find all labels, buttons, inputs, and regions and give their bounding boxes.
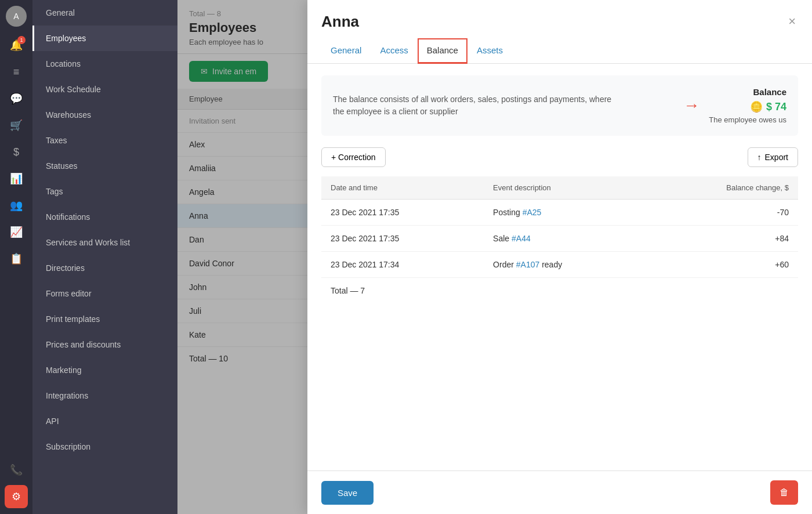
row-datetime: 23 Dec 2021 17:35 xyxy=(321,226,484,252)
sidebar-item-formseditor[interactable]: Forms editor xyxy=(32,281,177,306)
sidebar-item-workschedule[interactable]: Work Schedule xyxy=(32,77,177,102)
cart-icon[interactable]: 🛒 xyxy=(5,114,28,137)
sidebar-item-locations[interactable]: Locations xyxy=(32,51,177,77)
balance-description: The balance consists of all work orders,… xyxy=(333,93,623,118)
correction-button[interactable]: + Correction xyxy=(321,147,386,167)
sidebar-item-directories[interactable]: Directories xyxy=(32,255,177,281)
content-area: Total — 8 Employees Each employee has lo… xyxy=(177,0,812,514)
modal-title: Anna xyxy=(321,13,359,31)
tab-assets[interactable]: Assets xyxy=(467,38,512,64)
red-arrow-icon: → xyxy=(683,96,699,115)
sidebar-item-integrations[interactable]: Integrations xyxy=(32,383,177,408)
col-event: Event description xyxy=(484,176,647,200)
balance-row: 23 Dec 2021 17:35 Sale #A44 +84 xyxy=(321,226,798,252)
user-avatar[interactable]: A xyxy=(6,6,27,27)
row-event: Order #A107 ready xyxy=(484,252,647,278)
export-button[interactable]: ↑ Export xyxy=(748,147,798,167)
order-link[interactable]: #A107 xyxy=(516,260,539,269)
sidebar-item-marketing[interactable]: Marketing xyxy=(32,357,177,383)
row-change: +84 xyxy=(647,226,798,252)
balance-total: Total — 7 xyxy=(321,278,798,303)
row-datetime: 23 Dec 2021 17:35 xyxy=(321,200,484,226)
employee-modal: Anna × General Access Balance Assets The… xyxy=(307,0,812,514)
modal-footer: Save 🗑 xyxy=(307,470,812,514)
balance-amount: $ 74 xyxy=(766,101,786,113)
clients-icon[interactable]: 👥 xyxy=(5,194,28,217)
balance-info-section: The balance consists of all work orders,… xyxy=(321,75,798,136)
modal-close-button[interactable]: × xyxy=(786,12,798,31)
modal-overlay: Anna × General Access Balance Assets The… xyxy=(177,0,812,514)
sidebar-item-statuses[interactable]: Statuses xyxy=(32,153,177,179)
coin-icon: 🪙 xyxy=(750,100,763,113)
modal-body: The balance consists of all work orders,… xyxy=(307,64,812,470)
tab-access[interactable]: Access xyxy=(371,38,417,64)
sidebar-item-api[interactable]: API xyxy=(32,408,177,434)
orders-icon[interactable]: ≡ xyxy=(5,60,28,84)
sidebar-item-pricesdiscounts[interactable]: Prices and discounts xyxy=(32,332,177,357)
notification-badge: 1 xyxy=(17,36,26,44)
sidebar-item-tags[interactable]: Tags xyxy=(32,179,177,204)
posting-link[interactable]: #A25 xyxy=(523,208,542,217)
col-balance-change: Balance change, $ xyxy=(647,176,798,200)
row-datetime: 23 Dec 2021 17:34 xyxy=(321,252,484,278)
balance-row: 23 Dec 2021 17:34 Order #A107 ready +60 xyxy=(321,252,798,278)
balance-label: Balance xyxy=(709,87,786,97)
tab-general[interactable]: General xyxy=(321,38,371,64)
balance-value: 🪙 $ 74 xyxy=(709,100,786,113)
tab-balance[interactable]: Balance xyxy=(418,38,467,64)
sidebar-item-general[interactable]: General xyxy=(32,0,177,26)
save-button[interactable]: Save xyxy=(321,481,374,505)
balance-amount-section: Balance 🪙 $ 74 The employee owes us xyxy=(709,87,786,124)
col-datetime: Date and time xyxy=(321,176,484,200)
balance-table: Date and time Event description Balance … xyxy=(321,176,798,278)
notifications-icon[interactable]: 🔔 1 xyxy=(5,34,28,57)
phone-icon[interactable]: 📞 xyxy=(5,458,28,482)
sidebar-item-employees[interactable]: Employees xyxy=(32,26,177,51)
balance-owes-text: The employee owes us xyxy=(709,115,786,124)
sale-link[interactable]: #A44 xyxy=(512,234,531,243)
sidebar-item-notifications[interactable]: Notifications xyxy=(32,204,177,230)
icon-sidebar: A 🔔 1 ≡ 💬 🛒 $ 📊 👥 📈 📋 📞 ⚙ xyxy=(0,0,32,514)
row-event: Posting #A25 xyxy=(484,200,647,226)
sidebar-item-taxes[interactable]: Taxes xyxy=(32,128,177,153)
reports-icon[interactable]: 📈 xyxy=(5,220,28,244)
row-event: Sale #A44 xyxy=(484,226,647,252)
dollar-icon[interactable]: $ xyxy=(5,140,28,164)
main-sidebar: General Employees Locations Work Schedul… xyxy=(32,0,177,514)
export-icon: ↑ xyxy=(757,153,762,162)
delete-button[interactable]: 🗑 xyxy=(770,480,798,505)
sidebar-item-printtemplates[interactable]: Print templates xyxy=(32,306,177,332)
lists-icon[interactable]: 📋 xyxy=(5,247,28,270)
row-change: +60 xyxy=(647,252,798,278)
sidebar-item-warehouses[interactable]: Warehouses xyxy=(32,102,177,128)
sidebar-item-subscription[interactable]: Subscription xyxy=(32,434,177,459)
sidebar-item-servicesworks[interactable]: Services and Works list xyxy=(32,230,177,255)
row-change: -70 xyxy=(647,200,798,226)
action-row: + Correction ↑ Export xyxy=(321,147,798,167)
modal-header: Anna × xyxy=(307,0,812,31)
balance-row: 23 Dec 2021 17:35 Posting #A25 -70 xyxy=(321,200,798,226)
modal-tabs: General Access Balance Assets xyxy=(307,38,812,64)
settings-icon[interactable]: ⚙ xyxy=(5,485,28,508)
analytics-icon[interactable]: 📊 xyxy=(5,167,28,190)
chat-icon[interactable]: 💬 xyxy=(5,87,28,110)
